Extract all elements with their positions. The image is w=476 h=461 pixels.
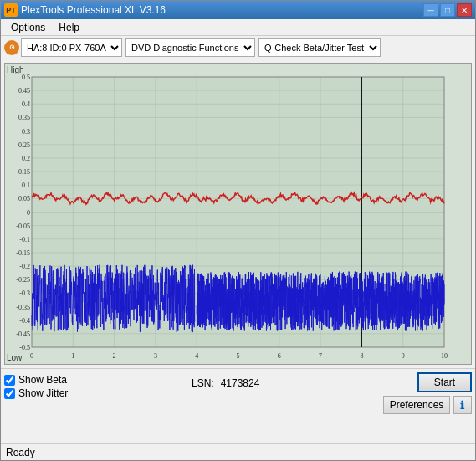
chart-area: High Low (1, 59, 475, 368)
start-button[interactable]: Start (417, 372, 472, 392)
checkboxes: Show Beta Show Jitter (4, 374, 68, 399)
left-controls: Show Beta Show Jitter (4, 372, 68, 399)
show-beta-checkbox[interactable] (4, 375, 15, 386)
menu-options[interactable]: Options (4, 20, 52, 35)
drive-dropdown[interactable]: HA:8 ID:0 PX-760A (21, 38, 122, 57)
bottom-top-row: Show Beta Show Jitter LSN: 4173824 Start… (4, 372, 472, 414)
status-bar: Ready (1, 443, 475, 460)
bottom-bar: Show Beta Show Jitter LSN: 4173824 Start… (1, 368, 475, 443)
status-text: Ready (6, 447, 35, 458)
main-window: PT PlexTools Professional XL V3.16 ─ □ ✕… (0, 0, 476, 461)
show-jitter-label: Show Jitter (18, 387, 68, 399)
close-button[interactable]: ✕ (457, 3, 472, 17)
title-bar: PT PlexTools Professional XL V3.16 ─ □ ✕ (1, 1, 475, 19)
show-beta-label: Show Beta (18, 374, 67, 386)
pref-info-row: Preferences ℹ (383, 396, 472, 414)
show-beta-row: Show Beta (4, 374, 68, 386)
title-controls: ─ □ ✕ (423, 3, 472, 17)
window-title: PlexTools Professional XL V3.16 (21, 4, 166, 16)
minimize-button[interactable]: ─ (423, 3, 438, 17)
preferences-button[interactable]: Preferences (383, 396, 450, 414)
title-bar-left: PT PlexTools Professional XL V3.16 (4, 3, 166, 17)
lsn-value: 4173824 (221, 377, 260, 389)
app-icon: PT (4, 3, 18, 17)
maximize-button[interactable]: □ (440, 3, 455, 17)
show-jitter-checkbox[interactable] (4, 388, 15, 399)
drive-icon: ⊙ (4, 40, 19, 55)
test-dropdown[interactable]: Q-Check Beta/Jitter Test (258, 38, 381, 57)
lsn-area: LSN: 4173824 (192, 377, 259, 389)
menu-help[interactable]: Help (52, 20, 86, 35)
right-buttons: Start Preferences ℹ (383, 372, 472, 414)
show-jitter-row: Show Jitter (4, 387, 68, 399)
info-button[interactable]: ℹ (453, 396, 472, 414)
menu-bar: Options Help (1, 19, 475, 36)
lsn-label: LSN: (192, 377, 214, 389)
chart-container: High Low (4, 63, 472, 365)
toolbar: ⊙ HA:8 ID:0 PX-760A DVD Diagnostic Funct… (1, 36, 475, 59)
drive-select-area: ⊙ HA:8 ID:0 PX-760A (4, 38, 122, 57)
function-dropdown[interactable]: DVD Diagnostic Functions (125, 38, 255, 57)
chart-canvas (5, 64, 471, 364)
